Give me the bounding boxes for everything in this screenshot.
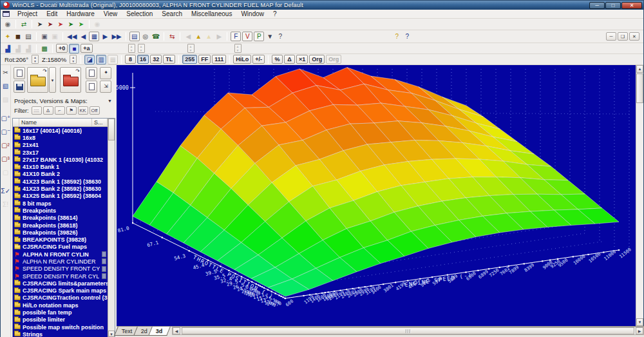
mdi-close-button[interactable]: ✕ <box>629 32 639 41</box>
menu-miscellaneous[interactable]: Miscellaneous <box>187 10 236 19</box>
close-button[interactable]: ✕ <box>621 2 642 9</box>
context-help-icon[interactable]: ? <box>402 32 412 41</box>
tree-item[interactable]: ⚑SPEED DENSITY REAR CYL25 <box>13 273 115 280</box>
tree-item[interactable]: possible limiter <box>13 316 115 323</box>
filter-button-1[interactable]: Δ <box>43 106 53 115</box>
compare-icon[interactable]: ⇆ <box>167 32 177 41</box>
layers-check-icon[interactable]: ▩ <box>39 44 50 53</box>
fill-blue-icon[interactable]: ■ <box>69 44 79 53</box>
bits-8-button[interactable]: 8 <box>125 55 136 64</box>
export-version-button[interactable] <box>86 81 97 93</box>
tree-item[interactable]: 8 bit maps <box>13 200 115 207</box>
help-icon[interactable]: ? <box>275 32 285 41</box>
copy-icon[interactable]: ▧ <box>1 81 10 91</box>
bits-16-button[interactable]: 16 <box>137 55 149 64</box>
tab-3d[interactable]: 3d <box>148 327 170 336</box>
filter-button-3[interactable]: ⚑ <box>66 106 77 115</box>
cursor-next-icon[interactable]: ➤ <box>66 19 76 29</box>
cursor-prev-icon[interactable]: ➤ <box>45 19 55 29</box>
mdi-minimize-button[interactable]: ─ <box>606 32 616 41</box>
spinner[interactable]: ▲▼ <box>32 55 39 64</box>
tree-item[interactable]: 23x17 <box>13 149 115 156</box>
percent-button[interactable]: % <box>272 55 283 64</box>
org-button[interactable]: Org <box>309 55 325 64</box>
tree-item[interactable]: Hi/Lo notation maps <box>13 302 115 309</box>
vscroll-thumb[interactable] <box>636 73 643 103</box>
scroll-right-icon[interactable]: ▶ <box>636 327 643 334</box>
menu-window[interactable]: Window <box>236 10 269 19</box>
tree-item[interactable]: Possible map switch position <box>13 323 115 331</box>
version2-icon[interactable]: ▢² <box>1 140 10 150</box>
p-view-icon[interactable]: P <box>254 32 264 41</box>
fuel-map-3d-view[interactable]: 5000600119914001600180018992000219924002… <box>117 65 637 326</box>
minimize-button[interactable]: ─ <box>589 2 605 9</box>
window-new-icon[interactable]: ▣ <box>39 32 50 41</box>
menu-project[interactable]: Project <box>13 10 42 19</box>
next-map-icon[interactable]: ▶ <box>100 32 110 41</box>
menu-search[interactable]: Search <box>157 10 187 19</box>
tree-item[interactable]: 41X23 Bank 2 (38592) (38630 <box>13 185 115 192</box>
import-project-button[interactable]: ↷ <box>60 67 81 93</box>
tree-header-name[interactable]: Name <box>19 119 92 126</box>
sum-check-icon[interactable]: Σ✓ <box>1 186 10 196</box>
scope-combo[interactable]: Projects, Versions & Maps: ▼ <box>11 96 117 106</box>
tree-item[interactable]: Breakpoints (39826) <box>13 229 115 236</box>
tree-item[interactable]: ⚑ALPHA N REAR CYLINDER23 <box>13 258 115 265</box>
tree-scroll-down-icon[interactable]: ▼ <box>108 331 115 337</box>
tree-item[interactable]: possible fan temp <box>13 309 115 316</box>
org2-button[interactable]: Org <box>326 55 341 64</box>
eye-icon[interactable]: ◉ <box>3 19 13 29</box>
cursor-append-icon[interactable]: ➤ <box>76 19 86 29</box>
filter-button-4[interactable]: KK <box>78 106 88 115</box>
tree-item[interactable]: 27x17 BANK 1 (41030) (41032 <box>13 156 115 163</box>
map-list-icon[interactable]: ▤ <box>129 32 140 41</box>
f-view-icon[interactable]: F <box>231 32 241 41</box>
menu-hardware[interactable]: Hardware <box>62 10 99 19</box>
sign-button[interactable]: +/- <box>252 55 265 64</box>
scroll-left-icon[interactable]: ◀ <box>173 327 180 334</box>
tree-item[interactable]: CJSRACING Spark main maps <box>13 287 115 294</box>
offset-a-button[interactable]: +a <box>80 44 92 53</box>
bits-32-button[interactable]: 32 <box>150 55 162 64</box>
tree-item[interactable]: 41x10 Bank 1 <box>13 163 115 170</box>
prev-map-icon[interactable]: ◀ <box>78 32 88 41</box>
chart-vertical-scrollbar[interactable]: ▲ ▼ <box>636 65 643 326</box>
hscroll-thumb[interactable] <box>182 327 634 334</box>
tree-header-icon-col[interactable] <box>13 119 19 126</box>
map-grid-icon[interactable]: ▦ <box>89 32 99 41</box>
offset-zero-button[interactable]: +0 <box>56 44 68 53</box>
cursor-mark-icon[interactable]: ➤ <box>35 19 45 29</box>
tree-header-size[interactable]: S... <box>92 119 108 126</box>
wizard-button[interactable]: ✦ <box>100 67 111 79</box>
tree-item[interactable]: ⚑SPEED DENSITY FRONT CY25 <box>13 265 115 273</box>
tree-item[interactable]: Breakpoints (38618) <box>13 222 115 229</box>
menu-edit[interactable]: Edit <box>42 10 62 19</box>
last-map-icon[interactable]: ▶▶ <box>110 32 122 41</box>
remove-version-icon[interactable]: ▢⁻ <box>1 127 10 137</box>
view-bars-icon[interactable]: ▥ <box>96 55 106 64</box>
menu-selection[interactable]: Selection <box>122 10 157 19</box>
hilo-button[interactable]: HiLo <box>233 55 251 64</box>
phone-icon[interactable]: ☎ <box>151 32 161 41</box>
menu-?[interactable]: ? <box>269 10 281 19</box>
tree-scrollbar-thumb[interactable] <box>108 119 115 140</box>
up-gold-icon[interactable]: ▲ <box>193 32 204 41</box>
tree-item[interactable]: 16x17 (40014) (40016) <box>13 127 115 134</box>
tree-item[interactable]: 41X10 Bank 2 <box>13 171 115 178</box>
tree-item[interactable]: 41X23 Bank 1 (38592) (38630 <box>13 178 115 185</box>
scroll-up-icon[interactable]: ▲ <box>636 65 643 73</box>
open-project-dropdown[interactable]: ▼ <box>49 67 56 93</box>
display-hex-button[interactable]: FF <box>198 55 211 64</box>
map-chart-icon[interactable]: ▟ <box>3 44 13 53</box>
bits-float-button[interactable]: TL <box>163 55 175 64</box>
save-project-button[interactable] <box>14 81 25 93</box>
v-view-icon[interactable]: V <box>242 32 252 41</box>
address-book-icon[interactable]: ◼ <box>13 32 23 41</box>
tree-item[interactable]: 41X25 Bank 1 (38592) (38604 <box>13 193 115 200</box>
tree-item[interactable]: 21x41 <box>13 142 115 149</box>
filter-button-2[interactable]: ⌐ <box>55 106 65 115</box>
export-map-button[interactable]: ⇲ <box>100 81 111 93</box>
view-3d-icon[interactable]: ◪ <box>84 55 95 64</box>
chevron-down-icon[interactable]: ▼ <box>106 98 114 104</box>
times1-button[interactable]: ×1 <box>296 55 308 64</box>
